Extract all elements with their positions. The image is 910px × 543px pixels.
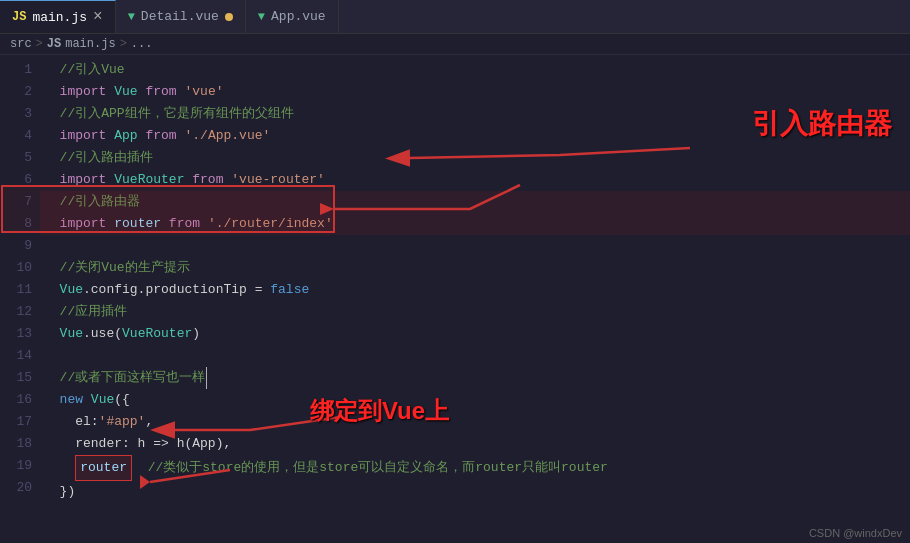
code-line-7: //引入路由器 [40,191,910,213]
ln-19: 19 [4,455,32,477]
ln-5: 5 [4,147,32,169]
code-token: el: [44,411,99,433]
code-token: => [153,433,169,455]
ln-4: 4 [4,125,32,147]
code-token [138,81,146,103]
code-token [200,213,208,235]
ln-11: 11 [4,279,32,301]
code-line-9 [40,235,910,257]
ln-8: 8 [4,213,32,235]
code-token [106,169,114,191]
code-line-13: Vue .use( VueRouter ) [40,323,910,345]
code-token [177,81,185,103]
code-line-15: //或者下面这样写也一样 ​ [40,367,910,389]
router-highlight-span: router [75,455,132,481]
ln-12: 12 [4,301,32,323]
code-token [44,235,52,257]
ln-10: 10 [4,257,32,279]
tab-detail-vue[interactable]: ▼ Detail.vue [116,0,246,33]
code-token: = [255,279,271,301]
code-line-3: //引入APP组件，它是所有组件的父组件 [40,103,910,125]
modified-dot [225,13,233,21]
code-line-5: //引入路由插件 [40,147,910,169]
ln-15: 15 [4,367,32,389]
code-line-2: import Vue from 'vue' [40,81,910,103]
tab-detail-vue-label: Detail.vue [141,9,219,24]
code-line-16: new Vue ({ [40,389,910,411]
code-token [184,169,192,191]
code-token: Vue [44,323,83,345]
line-numbers: 1 2 3 4 5 6 7 8 9 10 11 12 13 14 15 16 1… [0,55,40,540]
ln-20: 20 [4,477,32,499]
code-line-14 [40,345,910,367]
vue-icon: ▼ [128,10,135,24]
breadcrumb-file: main.js [65,37,115,51]
code-token: //或者下面这样写也一样 [44,367,205,389]
code-token: App [114,125,137,147]
code-token: import [44,81,106,103]
code-token: , [145,411,153,433]
code-token: './App.vue' [184,125,270,147]
tab-app-vue[interactable]: ▼ App.vue [246,0,339,33]
tab-bar: JS main.js × ▼ Detail.vue ▼ App.vue [0,0,910,34]
code-token: from [145,125,176,147]
code-line-20: }) [40,481,910,503]
vue-icon-2: ▼ [258,10,265,24]
code-token: //引入路由插件 [44,147,153,169]
code-lines: //引入Vue import Vue from 'vue' //引入APP组件，… [40,55,910,540]
code-line-4: import App from './App.vue' [40,125,910,147]
code-token: ({ [114,389,130,411]
code-line-19: router //类似于store的使用，但是store可以自定义命名，而rou… [40,455,910,481]
ln-1: 1 [4,59,32,81]
code-token: import [44,125,106,147]
code-token: .config.productionTip [83,279,255,301]
code-token: //类似于store的使用，但是store可以自定义命名，而router只能叫r… [132,457,608,479]
code-token: Vue [91,389,114,411]
code-token [106,213,114,235]
ln-2: 2 [4,81,32,103]
code-token: render: h [44,433,153,455]
code-token: false [270,279,309,301]
breadcrumb-sep2: > [120,37,127,51]
code-token: './router/index' [208,213,333,235]
tab-main-js[interactable]: JS main.js × [0,0,116,33]
code-token: //应用插件 [44,301,127,323]
breadcrumb-src: src [10,37,32,51]
breadcrumb-js-icon: JS [47,37,61,51]
breadcrumb: src > JS main.js > ... [0,34,910,55]
ln-7: 7 [4,191,32,213]
code-token [106,81,114,103]
code-token [138,125,146,147]
code-token [177,125,185,147]
code-token: //关闭Vue的生产提示 [44,257,190,279]
breadcrumb-sep1: > [36,37,43,51]
code-token [223,169,231,191]
tab-app-vue-label: App.vue [271,9,326,24]
close-icon[interactable]: × [93,8,103,26]
code-line-10: //关闭Vue的生产提示 [40,257,910,279]
code-token [44,457,75,479]
ln-3: 3 [4,103,32,125]
ln-17: 17 [4,411,32,433]
ln-13: 13 [4,323,32,345]
code-token: import [44,169,106,191]
js-icon: JS [12,10,26,24]
code-token: .use( [83,323,122,345]
code-token: //引入APP组件，它是所有组件的父组件 [44,103,294,125]
code-token: from [169,213,200,235]
code-token: 'vue' [184,81,223,103]
ln-9: 9 [4,235,32,257]
code-token: ) [192,323,200,345]
code-token [83,389,91,411]
code-token: '#app' [99,411,146,433]
ln-6: 6 [4,169,32,191]
code-token: VueRouter [122,323,192,345]
code-token: 'vue-router' [231,169,325,191]
code-token [44,345,52,367]
ln-14: 14 [4,345,32,367]
ln-18: 18 [4,433,32,455]
code-line-12: //应用插件 [40,301,910,323]
code-token: //引入Vue [44,59,125,81]
code-container: 1 2 3 4 5 6 7 8 9 10 11 12 13 14 15 16 1… [0,55,910,540]
code-token: from [192,169,223,191]
